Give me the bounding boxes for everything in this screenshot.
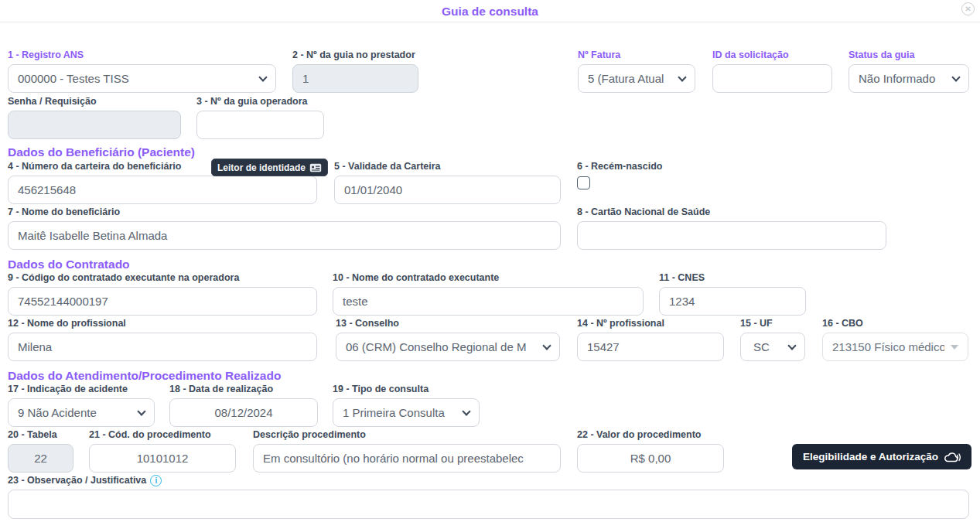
id-card-icon xyxy=(309,163,322,172)
cod-procedimento-input[interactable] xyxy=(89,444,236,473)
validade-input[interactable] xyxy=(334,176,561,204)
nome-contratado-label: 10 - Nome do contratado executante xyxy=(333,272,644,284)
field-data-realizacao: 18 - Data de realização xyxy=(169,384,318,427)
section-contratado-title: Dados do Contratado xyxy=(8,258,130,271)
n-fatura-select[interactable]: 5 (Fatura Atual xyxy=(578,64,695,93)
cartao-sus-label: 8 - Cartão Nacional de Saúde xyxy=(577,206,886,218)
close-icon[interactable]: ✕ xyxy=(961,2,975,15)
field-recem-nascido: 6 - Recém-nascido xyxy=(577,161,732,189)
cbo-value: 213150 Físico médico xyxy=(832,340,944,353)
field-senha-requisicao: Senha / Requisição xyxy=(8,96,181,139)
recem-nascido-checkbox[interactable] xyxy=(577,176,590,189)
n-profissional-input[interactable] xyxy=(577,333,724,361)
registro-ans-value: 000000 - Testes TISS xyxy=(18,72,254,85)
field-descricao-procedimento: Descrição procedimento xyxy=(253,429,561,473)
senha-requisicao-label: Senha / Requisição xyxy=(8,96,181,108)
elegibilidade-autorizacao-button[interactable]: Elegibilidade e Autorização xyxy=(792,444,971,469)
cnes-label: 11 - CNES xyxy=(659,272,806,284)
conselho-label: 13 - Conselho xyxy=(336,318,560,329)
field-n-fatura: Nº Fatura 5 (Fatura Atual xyxy=(578,49,695,93)
guia-operadora-input[interactable] xyxy=(196,111,324,139)
field-cbo: 16 - CBO 213150 Físico médico xyxy=(822,318,968,361)
uf-label: 15 - UF xyxy=(740,318,805,329)
valor-procedimento-label: 22 - Valor do procedimento xyxy=(577,429,724,441)
field-status-guia: Status da guia Não Informado xyxy=(849,49,969,93)
n-profissional-label: 14 - Nº profissional xyxy=(577,318,724,329)
descricao-procedimento-label: Descrição procedimento xyxy=(253,429,561,441)
indicacao-acidente-value: 9 Não Acidente xyxy=(18,406,132,419)
chevron-down-icon xyxy=(462,407,470,415)
leitor-identidade-button[interactable]: Leitor de identidade xyxy=(211,159,328,176)
indicacao-acidente-select[interactable]: 9 Não Acidente xyxy=(8,398,155,427)
page-title: Guia de consulta xyxy=(0,5,980,19)
nome-contratado-input[interactable] xyxy=(333,287,644,316)
header-divider xyxy=(0,22,980,22)
tabela-input xyxy=(8,444,73,473)
chevron-down-icon xyxy=(951,73,960,81)
field-indicacao-acidente: 17 - Indicação de acidente 9 Não Acident… xyxy=(8,384,155,427)
nome-beneficiario-label: 7 - Nome do beneficiário xyxy=(8,206,561,218)
indicacao-acidente-label: 17 - Indicação de acidente xyxy=(8,384,155,395)
field-cnes: 11 - CNES xyxy=(659,272,806,316)
chevron-down-icon xyxy=(542,341,551,350)
guia-prestador-label: 2 - Nº da guia no prestador xyxy=(292,49,418,61)
status-guia-select[interactable]: Não Informado xyxy=(849,64,969,93)
field-guia-prestador: 2 - Nº da guia no prestador xyxy=(292,49,418,93)
section-beneficiario-title: Dados do Beneficiário (Paciente) xyxy=(8,145,195,159)
field-nome-profissional: 12 - Nome do profissional xyxy=(8,318,317,361)
chevron-down-icon xyxy=(787,341,796,350)
cod-procedimento-label: 21 - Cód. do procedimento xyxy=(89,429,236,441)
tipo-consulta-select[interactable]: 1 Primeira Consulta xyxy=(333,398,480,427)
elegibilidade-autorizacao-label: Elegibilidade e Autorização xyxy=(803,451,938,462)
observacao-label: 23 - Observação / Justificativa xyxy=(8,475,146,486)
field-id-solicitacao: ID da solicitação xyxy=(712,49,832,93)
chevron-down-icon xyxy=(678,73,686,81)
observacao-input[interactable] xyxy=(8,490,969,519)
tabela-label: 20 - Tabela xyxy=(8,429,73,441)
nome-profissional-input[interactable] xyxy=(8,333,317,361)
descricao-procedimento-input[interactable] xyxy=(253,444,561,473)
validade-label: 5 - Validade da Carteira xyxy=(334,161,561,172)
chevron-down-icon xyxy=(137,407,145,415)
chevron-down-icon xyxy=(951,345,958,350)
section-atendimento-title: Dados do Atendimento/Procedimento Realiz… xyxy=(8,369,281,383)
field-n-profissional: 14 - Nº profissional xyxy=(577,318,724,361)
cloud-sync-icon xyxy=(944,452,961,462)
field-observacao: 23 - Observação / Justificativa i xyxy=(8,475,969,519)
guia-de-consulta-modal: Guia de consulta ✕ 1 - Registro ANS 0000… xyxy=(0,0,980,529)
field-registro-ans: 1 - Registro ANS 000000 - Testes TISS xyxy=(8,49,276,93)
cartao-sus-input[interactable] xyxy=(577,221,886,250)
cbo-label: 16 - CBO xyxy=(822,318,968,329)
tipo-consulta-value: 1 Primeira Consulta xyxy=(343,406,457,419)
chevron-down-icon xyxy=(258,73,267,81)
field-nome-beneficiario: 7 - Nome do beneficiário xyxy=(8,206,561,250)
guia-prestador-input xyxy=(292,64,418,93)
carteira-input[interactable] xyxy=(8,176,317,204)
field-cartao-sus: 8 - Cartão Nacional de Saúde xyxy=(577,206,886,250)
nome-profissional-label: 12 - Nome do profissional xyxy=(8,318,317,329)
uf-value: SC xyxy=(753,340,783,353)
leitor-identidade-label: Leitor de identidade xyxy=(217,162,306,173)
conselho-select[interactable]: 06 (CRM) Conselho Regional de M xyxy=(336,333,560,361)
field-valor-procedimento: 22 - Valor do procedimento xyxy=(577,429,724,473)
field-cod-procedimento: 21 - Cód. do procedimento xyxy=(89,429,236,473)
info-icon[interactable]: i xyxy=(150,475,162,486)
conselho-value: 06 (CRM) Conselho Regional de M xyxy=(346,340,538,353)
field-tipo-consulta: 19 - Tipo de consulta 1 Primeira Consult… xyxy=(333,384,480,427)
uf-select[interactable]: SC xyxy=(740,333,805,361)
nome-beneficiario-input[interactable] xyxy=(8,221,561,250)
guia-operadora-label: 3 - Nº da guia operadora xyxy=(196,96,324,108)
valor-procedimento-input[interactable] xyxy=(577,444,724,473)
field-guia-operadora: 3 - Nº da guia operadora xyxy=(196,96,324,139)
cnes-input[interactable] xyxy=(659,287,806,316)
registro-ans-select[interactable]: 000000 - Testes TISS xyxy=(8,64,276,93)
cbo-select: 213150 Físico médico xyxy=(822,333,968,361)
codigo-contratado-label: 9 - Código do contratado executante na o… xyxy=(8,272,317,284)
data-realizacao-input[interactable] xyxy=(169,398,318,427)
id-solicitacao-input[interactable] xyxy=(712,64,832,93)
field-nome-contratado: 10 - Nome do contratado executante xyxy=(333,272,644,316)
field-uf: 15 - UF SC xyxy=(740,318,805,361)
field-conselho: 13 - Conselho 06 (CRM) Conselho Regional… xyxy=(336,318,560,361)
codigo-contratado-input[interactable] xyxy=(8,287,317,316)
data-realizacao-label: 18 - Data de realização xyxy=(169,384,318,395)
